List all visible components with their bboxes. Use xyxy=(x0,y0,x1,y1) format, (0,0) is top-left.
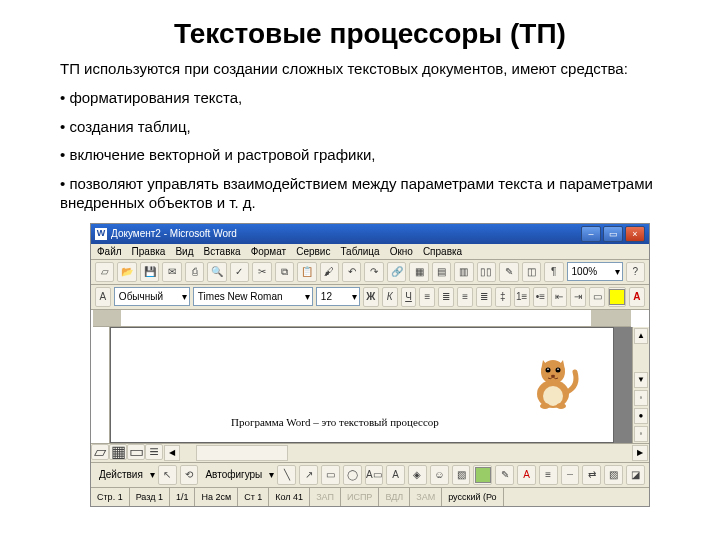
wordart-icon[interactable]: A xyxy=(386,465,405,485)
dedent-icon[interactable]: ⇤ xyxy=(551,287,567,307)
drawing-icon[interactable]: ✎ xyxy=(499,262,518,282)
autoshapes-menu[interactable]: Автофигуры xyxy=(201,469,266,480)
textbox-icon[interactable]: A▭ xyxy=(365,465,384,485)
close-button[interactable]: × xyxy=(625,226,645,242)
cut-icon[interactable]: ✂ xyxy=(252,262,271,282)
3d-icon[interactable]: ◪ xyxy=(626,465,645,485)
document-page[interactable]: Программа Word – это текстовый процессор xyxy=(110,327,614,443)
menu-edit[interactable]: Правка xyxy=(132,246,166,257)
italic-icon[interactable]: К xyxy=(382,287,398,307)
horizontal-scrollbar: ▱ ▦ ▭ ≡ ◀ ▶ xyxy=(91,443,649,462)
menu-file[interactable]: Файл xyxy=(97,246,122,257)
help-icon[interactable]: ? xyxy=(626,262,645,282)
bullet-item: создания таблиц, xyxy=(60,118,680,137)
menu-insert[interactable]: Вставка xyxy=(203,246,240,257)
outline-view-icon[interactable]: ≡ xyxy=(145,444,163,460)
numbering-icon[interactable]: 1≡ xyxy=(514,287,530,307)
scroll-right-icon[interactable]: ▶ xyxy=(632,445,648,461)
showmarks-icon[interactable]: ¶ xyxy=(544,262,563,282)
mail-icon[interactable]: ✉ xyxy=(162,262,181,282)
vertical-ruler[interactable] xyxy=(91,327,110,443)
dashstyle-icon[interactable]: ┄ xyxy=(561,465,580,485)
linecolor-icon[interactable]: ✎ xyxy=(495,465,514,485)
map-icon[interactable]: ◫ xyxy=(522,262,541,282)
open-icon[interactable]: 📂 xyxy=(117,262,136,282)
arrowstyle-icon[interactable]: ⇄ xyxy=(582,465,601,485)
vertical-scrollbar[interactable]: ▲ ▼ ◦ ● ◦ xyxy=(632,327,649,443)
normal-view-icon[interactable]: ▱ xyxy=(91,444,109,460)
status-rec: ЗАП xyxy=(310,488,341,506)
lineweight-icon[interactable]: ≡ xyxy=(539,465,558,485)
menu-help[interactable]: Справка xyxy=(423,246,462,257)
fillcolor-icon[interactable] xyxy=(473,465,492,485)
horizontal-ruler[interactable] xyxy=(93,310,631,327)
indent-icon[interactable]: ⇥ xyxy=(570,287,586,307)
menu-window[interactable]: Окно xyxy=(390,246,413,257)
insert-table-icon[interactable]: ▤ xyxy=(432,262,451,282)
tables-icon[interactable]: ▦ xyxy=(409,262,428,282)
clipart-icon[interactable]: ☺ xyxy=(430,465,449,485)
print-icon[interactable]: ⎙ xyxy=(185,262,204,282)
prev-page-icon[interactable]: ◦ xyxy=(634,390,648,406)
scroll-down-icon[interactable]: ▼ xyxy=(634,372,648,388)
highlight-icon[interactable] xyxy=(608,287,626,307)
diagram-icon[interactable]: ◈ xyxy=(408,465,427,485)
scroll-left-icon[interactable]: ◀ xyxy=(164,445,180,461)
underline-icon[interactable]: Ч xyxy=(401,287,417,307)
h-scroll-track[interactable] xyxy=(182,445,630,461)
actions-menu[interactable]: Действия xyxy=(95,469,147,480)
standard-toolbar: ▱ 📂 💾 ✉ ⎙ 🔍 ✓ ✂ ⧉ 📋 🖌 ↶ ↷ 🔗 ▦ ▤ ▥ ▯▯ ✎ ◫… xyxy=(91,260,649,285)
fontcolor-icon[interactable]: A xyxy=(629,287,645,307)
align-left-icon[interactable]: ≡ xyxy=(419,287,435,307)
clipart-cat-icon xyxy=(523,352,583,412)
hyperlink-icon[interactable]: 🔗 xyxy=(387,262,406,282)
new-doc-icon[interactable]: ▱ xyxy=(95,262,114,282)
menu-table[interactable]: Таблица xyxy=(340,246,379,257)
status-lang: русский (Ро xyxy=(442,488,503,506)
format-painter-icon[interactable]: 🖌 xyxy=(320,262,339,282)
web-view-icon[interactable]: ▦ xyxy=(109,444,127,460)
pointer-icon[interactable]: ↖ xyxy=(158,465,177,485)
picture-icon[interactable]: ▧ xyxy=(452,465,471,485)
menu-view[interactable]: Вид xyxy=(175,246,193,257)
bold-icon[interactable]: Ж xyxy=(363,287,379,307)
scroll-up-icon[interactable]: ▲ xyxy=(634,328,648,344)
line-icon[interactable]: ╲ xyxy=(277,465,296,485)
browse-object-icon[interactable]: ● xyxy=(634,408,648,424)
document-area: Программа Word – это текстовый процессор xyxy=(91,327,649,443)
columns-icon[interactable]: ▯▯ xyxy=(477,262,496,282)
maximize-button[interactable]: ▭ xyxy=(603,226,623,242)
minimize-button[interactable]: – xyxy=(581,226,601,242)
zoom-select[interactable]: 100% xyxy=(567,262,623,281)
next-page-icon[interactable]: ◦ xyxy=(634,426,648,442)
bullets-icon[interactable]: •≡ xyxy=(533,287,549,307)
menu-tools[interactable]: Сервис xyxy=(296,246,330,257)
save-icon[interactable]: 💾 xyxy=(140,262,159,282)
svg-point-7 xyxy=(547,368,549,370)
justify-icon[interactable]: ≣ xyxy=(476,287,492,307)
font-select[interactable]: Times New Roman xyxy=(193,287,313,306)
align-center-icon[interactable]: ≣ xyxy=(438,287,454,307)
paste-icon[interactable]: 📋 xyxy=(297,262,316,282)
rotate-icon[interactable]: ⟲ xyxy=(180,465,199,485)
align-right-icon[interactable]: ≡ xyxy=(457,287,473,307)
undo-icon[interactable]: ↶ xyxy=(342,262,361,282)
copy-icon[interactable]: ⧉ xyxy=(275,262,294,282)
style-select[interactable]: Обычный xyxy=(114,287,190,306)
border-icon[interactable]: ▭ xyxy=(589,287,605,307)
rectangle-icon[interactable]: ▭ xyxy=(321,465,340,485)
menu-format[interactable]: Формат xyxy=(251,246,287,257)
oval-icon[interactable]: ◯ xyxy=(343,465,362,485)
print-view-icon[interactable]: ▭ xyxy=(127,444,145,460)
linespacing-icon[interactable]: ‡ xyxy=(495,287,511,307)
textcolor-icon[interactable]: A xyxy=(517,465,536,485)
redo-icon[interactable]: ↷ xyxy=(364,262,383,282)
excel-icon[interactable]: ▥ xyxy=(454,262,473,282)
arrow-icon[interactable]: ↗ xyxy=(299,465,318,485)
styles-pane-icon[interactable]: A xyxy=(95,287,111,307)
preview-icon[interactable]: 🔍 xyxy=(207,262,226,282)
spell-icon[interactable]: ✓ xyxy=(230,262,249,282)
fontsize-select[interactable]: 12 xyxy=(316,287,360,306)
bullet-item: форматирования текста, xyxy=(60,89,680,108)
shadow-icon[interactable]: ▨ xyxy=(604,465,623,485)
